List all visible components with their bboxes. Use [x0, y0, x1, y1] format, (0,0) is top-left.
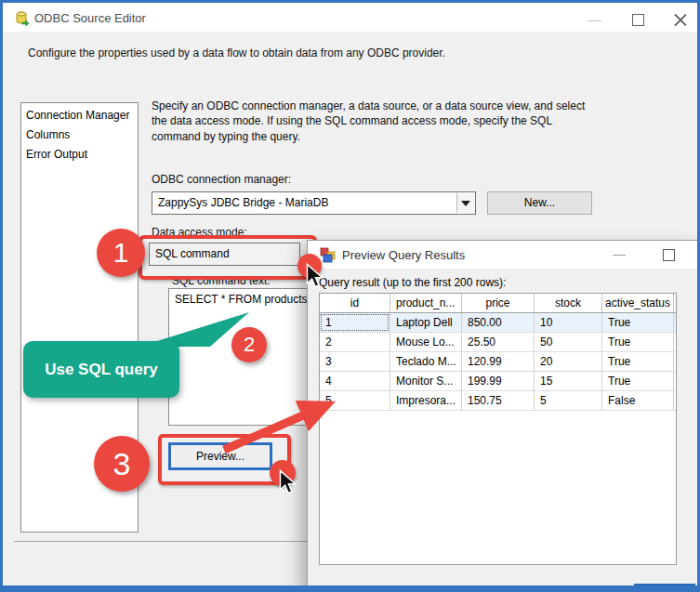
table-cell[interactable]: 1 — [320, 313, 390, 332]
use-sql-query-callout: Use SQL query — [23, 341, 179, 398]
preview-maximize-icon[interactable] — [663, 249, 675, 261]
preview-title-bar: Preview Query Results — [308, 241, 699, 269]
new-button[interactable]: New... — [487, 191, 592, 215]
table-cell[interactable]: 5 — [320, 391, 390, 410]
table-cell[interactable]: 5 — [535, 391, 602, 410]
table-cell[interactable]: 20 — [535, 352, 602, 371]
table-cell[interactable]: 2 — [320, 333, 390, 351]
table-row[interactable]: 5Impresora...150.755False — [320, 391, 676, 411]
table-cell[interactable]: 15 — [535, 372, 602, 390]
dialog-description: Configure the properties used by a data … — [28, 46, 445, 59]
column-header-stock[interactable]: stock — [535, 294, 602, 312]
table-cell[interactable]: Teclado M... — [390, 352, 462, 371]
sidebar-item-error-output[interactable]: Error Output — [21, 145, 138, 164]
query-result-label: Query result (up to the first 200 rows): — [319, 276, 506, 289]
column-header-product_n[interactable]: product_n... — [390, 294, 462, 312]
grid-body: 1Laptop Dell850.0010True2Mouse Lo...25.5… — [320, 313, 676, 411]
column-header-id[interactable]: id — [320, 294, 390, 312]
title-bar: ODBC Source Editor — [3, 3, 697, 32]
table-cell[interactable]: True — [602, 333, 674, 351]
table-cell[interactable]: 199.99 — [462, 372, 535, 390]
table-row[interactable]: 2Mouse Lo...25.5050True — [320, 333, 676, 352]
form-icon — [320, 247, 336, 263]
column-header-price[interactable]: price — [462, 294, 535, 312]
odbc-connection-manager-label: ODBC connection manager: — [152, 173, 291, 186]
table-row[interactable]: 3Teclado M...120.9920True — [320, 352, 676, 372]
table-cell[interactable]: True — [602, 352, 674, 371]
table-cell[interactable]: 150.75 — [462, 391, 535, 410]
instructions-text: Specify an ODBC connection manager, a da… — [152, 99, 594, 144]
table-cell[interactable]: 4 — [320, 372, 390, 390]
table-cell[interactable]: 50 — [535, 333, 602, 351]
table-cell[interactable]: Monitor S... — [390, 372, 462, 390]
click-indicator-dot — [270, 460, 296, 486]
step-2-badge: 2 — [231, 327, 267, 362]
step-1-badge: 1 — [97, 229, 145, 277]
table-row[interactable]: 4Monitor S...199.9915True — [320, 372, 676, 391]
table-cell[interactable]: 120.99 — [462, 352, 535, 371]
column-header-active_status[interactable]: active_status — [602, 294, 674, 312]
click-indicator-dot — [297, 254, 322, 278]
table-cell[interactable]: 25.50 — [462, 333, 535, 351]
table-cell[interactable]: True — [602, 313, 674, 332]
table-cell[interactable]: 850.00 — [462, 313, 535, 332]
table-cell[interactable]: 3 — [320, 352, 390, 371]
highlight-box-data-access-mode — [139, 235, 317, 280]
close-icon[interactable] — [674, 13, 687, 26]
sidebar-item-columns[interactable]: Columns — [21, 125, 138, 145]
table-cell[interactable]: True — [602, 372, 674, 390]
step-3-badge: 3 — [94, 436, 150, 492]
table-cell[interactable]: Mouse Lo... — [390, 333, 462, 351]
table-cell[interactable]: Impresora... — [390, 391, 462, 410]
odbc-source-editor-window: ODBC Source Editor Configure the propert… — [0, 0, 700, 592]
table-cell[interactable]: 10 — [535, 313, 602, 332]
preview-minimize-icon[interactable] — [613, 255, 626, 256]
database-icon — [13, 10, 30, 27]
table-cell[interactable]: Laptop Dell — [390, 313, 462, 332]
preview-window-title: Preview Query Results — [342, 248, 465, 262]
minimize-icon[interactable] — [588, 20, 601, 21]
window-bottom-border — [0, 585, 700, 592]
results-grid: idproduct_n...pricestockactive_status 1L… — [319, 293, 677, 565]
grid-header-row: idproduct_n...pricestockactive_status — [320, 294, 676, 313]
chevron-down-icon[interactable] — [456, 193, 474, 213]
table-row[interactable]: 1Laptop Dell850.0010True — [320, 313, 676, 333]
preview-query-results-window: Preview Query Results Query result (up t… — [307, 240, 700, 589]
table-cell[interactable]: False — [602, 391, 674, 410]
connection-manager-dropdown[interactable]: ZappySys JDBC Bridge - MariaDB — [152, 191, 476, 215]
connection-manager-value: ZappySys JDBC Bridge - MariaDB — [158, 196, 328, 209]
preview-button[interactable]: Preview... — [168, 442, 272, 470]
window-title: ODBC Source Editor — [34, 11, 146, 25]
maximize-icon[interactable] — [632, 14, 644, 26]
sidebar-item-connection-manager[interactable]: Connection Manager — [21, 106, 138, 125]
